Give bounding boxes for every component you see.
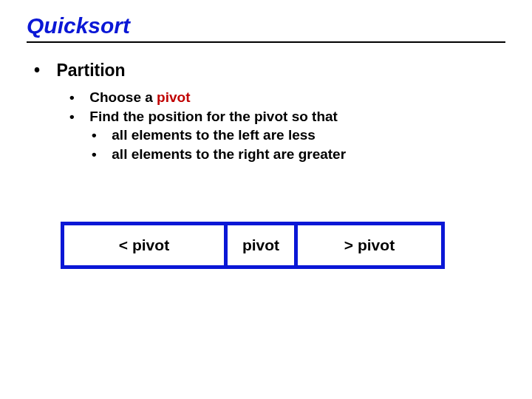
bullet-right-greater: all elements to the right are greater — [92, 145, 505, 164]
bullet-choose-pivot: Choose a pivot — [69, 88, 505, 107]
diagram-box-greater-than-pivot: > pivot — [294, 222, 445, 269]
bullet-left-less: all elements to the left are less — [92, 126, 505, 145]
partition-diagram: < pivot pivot > pivot — [61, 222, 445, 269]
diagram-box-less-than-pivot: < pivot — [61, 222, 228, 269]
bullet-partition: Partition Choose a pivot Find the positi… — [34, 61, 505, 164]
bullet-right-greater-text: all elements to the right are greater — [112, 146, 346, 162]
slide: Quicksort Partition Choose a pivot Find … — [0, 0, 532, 399]
diagram-box-pivot: pivot — [224, 222, 298, 269]
pivot-keyword: pivot — [157, 89, 190, 105]
bullet-partition-text: Partition — [56, 61, 125, 80]
bullet-find-position: Find the position for the pivot so that … — [69, 107, 505, 164]
bullet-list-level2: Choose a pivot Find the position for the… — [34, 88, 505, 164]
bullet-choose-pivot-prefix: Choose a — [89, 89, 157, 105]
bullet-find-position-text: Find the position for the pivot so that — [89, 109, 338, 124]
title-underline — [27, 41, 505, 43]
bullet-list-level3: all elements to the left are less all el… — [69, 126, 505, 163]
slide-title: Quicksort — [27, 13, 505, 38]
bullet-list-level1: Partition Choose a pivot Find the positi… — [27, 61, 505, 164]
bullet-left-less-text: all elements to the left are less — [112, 127, 316, 143]
